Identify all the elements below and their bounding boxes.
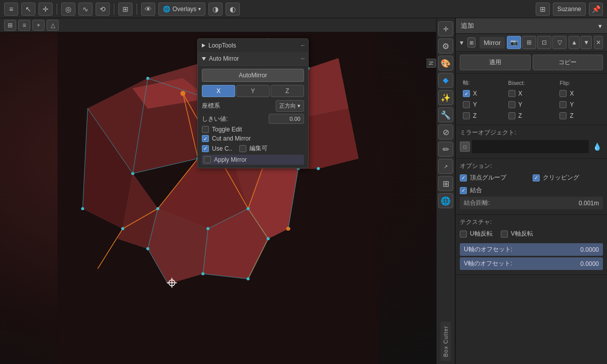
u-flip-label[interactable]: U軸反転 (470, 230, 493, 238)
v-offset-value[interactable]: 0.0000 (580, 260, 599, 267)
options-title: オプション: (460, 162, 603, 170)
tool-render-btn[interactable]: 🎨 (438, 56, 453, 71)
apply-mirror-checkbox[interactable] (204, 156, 211, 163)
axis-z-checkbox[interactable] (463, 112, 470, 119)
box-cutter-label[interactable]: Box Cutter (441, 322, 451, 361)
mode-btn[interactable]: ◎ (61, 3, 75, 16)
tool-globe-btn[interactable]: 🌐 (438, 193, 453, 208)
flip-x-checkbox[interactable] (559, 90, 567, 97)
eyedropper-btn[interactable]: 💧 (591, 141, 603, 153)
loop-btn[interactable]: ⟲ (96, 3, 110, 16)
vertex-group-checkbox[interactable] (460, 174, 467, 181)
view-menu-btn[interactable]: ⊞ (4, 20, 16, 31)
svg-point-37 (181, 91, 186, 96)
apply-btn[interactable]: 適用 (460, 55, 531, 70)
threshold-label: しきい値: (202, 115, 267, 123)
u-offset-row[interactable]: U軸のオフセット: 0.0000 (460, 243, 603, 256)
coordinate-row: 座標系 正方向 ▾ (202, 100, 304, 112)
tool-node-btn[interactable]: ↗ (438, 159, 453, 174)
tool-grid-btn[interactable]: ⊞ (438, 176, 453, 191)
cut-mirror-checkbox[interactable] (202, 135, 209, 142)
bisect-x-checkbox[interactable] (508, 90, 515, 97)
action-row: 適用 コピー (456, 52, 607, 74)
menu-btn[interactable]: ≡ (4, 3, 18, 16)
flip-y-checkbox[interactable] (559, 101, 567, 108)
chevron-down-icon: ▾ (198, 6, 201, 12)
u-flip-checkbox[interactable] (460, 231, 467, 238)
modifier-collapse-icon[interactable]: ▾ (460, 38, 463, 47)
cut-mirror-label[interactable]: Cut and Mirror (212, 135, 251, 142)
v-flip-checkbox[interactable] (501, 231, 508, 238)
mesh-menu-btn[interactable]: △ (47, 20, 59, 31)
looptools-header[interactable]: LoopTools ··· (198, 39, 308, 52)
vertex-group-label[interactable]: 頂点グループ (470, 173, 506, 182)
cage-icon[interactable]: ▽ (552, 36, 567, 49)
threshold-input[interactable] (269, 114, 304, 124)
render-icon[interactable]: ⊞ (522, 36, 536, 49)
editable-label[interactable]: 編集可 (249, 144, 268, 153)
select-menu-btn[interactable]: ≡ (18, 20, 30, 31)
n-panel-tab[interactable]: N (426, 59, 436, 68)
mirror-obj-input[interactable] (472, 140, 589, 153)
axis-y-checkbox[interactable] (463, 101, 470, 108)
tool-filter-btn[interactable]: ⊘ (438, 124, 453, 140)
axis-y-row: Y Y Y (461, 100, 602, 110)
viewport[interactable]: ⊞ ≡ + △ LoopTools ··· Auto Mirror ··· Au… (0, 18, 436, 364)
use-c-label[interactable]: Use C.. (212, 145, 232, 152)
axis-z-row: Z Z Z (461, 111, 602, 121)
add-menu-btn[interactable]: + (32, 20, 45, 31)
v-flip-label[interactable]: V軸反転 (511, 230, 533, 238)
modifier-close-btn[interactable]: ✕ (594, 36, 603, 49)
modifier-down-btn[interactable]: ▼ (581, 36, 592, 49)
cursor-btn[interactable]: ✛ (38, 3, 53, 16)
editable-checkbox[interactable] (239, 145, 246, 152)
wave-btn[interactable]: ∿ (78, 3, 93, 16)
overlays-dropdown[interactable]: 🌐 Overlays ▾ (158, 3, 205, 16)
merge-label[interactable]: 結合 (470, 186, 482, 195)
select-tool-btn[interactable]: ↖ (21, 3, 35, 16)
scene-title[interactable]: Suzanne (553, 3, 586, 16)
view-btn[interactable]: 👁 (141, 3, 155, 16)
separator-3 (137, 4, 137, 15)
clipping-label[interactable]: クリッピング (543, 173, 579, 182)
merge-distance-label: 結合距離: (464, 199, 579, 207)
u-offset-value[interactable]: 0.0000 (580, 246, 599, 253)
tool-snap-btn[interactable]: 🔧 (438, 107, 453, 122)
edit-icon[interactable]: ⊡ (537, 36, 551, 49)
tool-sculpt-btn[interactable]: ✏ (438, 142, 453, 157)
toggle-edit-row: Toggle Edit (202, 126, 304, 133)
viewport-shading-btn[interactable]: ◑ (208, 3, 223, 16)
toggle-edit-label[interactable]: Toggle Edit (212, 126, 242, 133)
axis-x-checkbox[interactable] (463, 90, 470, 97)
header-tools-btn[interactable]: ⊞ (536, 3, 550, 16)
solid-shade-btn[interactable]: ◐ (226, 3, 240, 16)
coord-dropdown[interactable]: 正方向 ▾ (276, 100, 304, 112)
tool-magic-btn[interactable]: ✨ (438, 90, 453, 105)
tool-options-btn[interactable]: ⚙ (438, 38, 453, 54)
bisect-z-checkbox[interactable] (508, 112, 515, 119)
add-dropdown[interactable]: 追加 (456, 18, 607, 34)
merge-distance-value[interactable]: 0.001m (579, 200, 599, 207)
grid-btn[interactable]: ⊞ (118, 3, 133, 16)
tool-material-btn[interactable]: 🔷 (438, 73, 453, 88)
x-axis-btn[interactable]: X (202, 85, 235, 97)
tool-move-btn[interactable]: ✛ (438, 21, 453, 36)
z-axis-btn[interactable]: Z (271, 85, 304, 97)
apply-mirror-label[interactable]: Apply Mirror (214, 156, 247, 163)
use-c-checkbox[interactable] (202, 145, 209, 152)
merge-checkbox[interactable] (460, 187, 467, 194)
toggle-edit-checkbox[interactable] (202, 126, 209, 133)
pin-scene-btn[interactable]: 📌 (589, 3, 603, 16)
bisect-y-checkbox[interactable] (508, 101, 515, 108)
automirror-header[interactable]: Auto Mirror ··· (198, 52, 308, 65)
modifier-up-btn[interactable]: ▲ (569, 36, 580, 49)
realtime-icon[interactable]: 📷 (507, 36, 521, 49)
flip-y-label: Y (570, 101, 574, 108)
v-offset-row[interactable]: V軸のオフセット: 0.0000 (460, 257, 603, 270)
flip-z-checkbox[interactable] (559, 112, 567, 119)
y-axis-btn[interactable]: Y (236, 85, 270, 97)
modifier-name-field[interactable]: Mirror (480, 37, 505, 49)
automirror-execute-btn[interactable]: AutoMirror (202, 69, 304, 82)
clipping-checkbox[interactable] (533, 174, 540, 181)
copy-btn[interactable]: コピー (533, 55, 603, 70)
